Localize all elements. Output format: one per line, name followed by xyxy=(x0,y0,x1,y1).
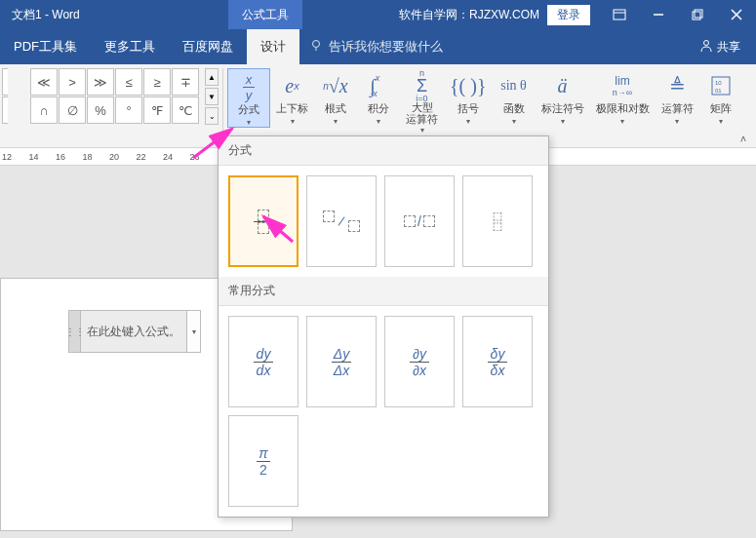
equation-placeholder-text[interactable]: 在此处键入公式。 xyxy=(81,324,186,340)
restore-button[interactable] xyxy=(678,0,717,29)
symbol-cell[interactable]: ℃ xyxy=(172,96,199,124)
svg-rect-3 xyxy=(693,12,700,19)
accent-icon: ä xyxy=(558,70,568,101)
symbol-cell[interactable]: ≤ xyxy=(115,68,142,96)
scroll-more-icon[interactable]: ⌄ xyxy=(205,107,219,125)
symbol-cell[interactable]: ° xyxy=(115,96,142,124)
svg-text:01: 01 xyxy=(715,88,722,94)
matrix-icon: 1001 xyxy=(710,70,732,101)
fraction-partial-y-x[interactable]: ∂y∂x xyxy=(384,316,455,407)
share-button[interactable]: 共享 xyxy=(699,39,740,56)
symbol-cell[interactable]: ∩ xyxy=(30,96,58,124)
integral-button[interactable]: ∫x-x 积分 ▾ xyxy=(357,68,400,126)
login-button[interactable]: 登录 xyxy=(547,5,590,25)
svg-text:10: 10 xyxy=(715,80,722,86)
limit-button[interactable]: limn→∞ 极限和对数 ▾ xyxy=(590,68,656,126)
radical-label: 根式 xyxy=(325,101,346,116)
fraction-delta-small[interactable]: δyδx xyxy=(462,316,533,407)
symbol-cell[interactable] xyxy=(2,96,8,124)
chevron-down-icon: ▾ xyxy=(377,117,380,126)
fraction-label: 分式 xyxy=(238,102,259,117)
symbol-cell[interactable]: ℉ xyxy=(143,96,171,124)
svg-point-9 xyxy=(704,40,709,45)
operator-button[interactable]: ≜ 运算符 ▾ xyxy=(656,68,699,126)
annotation-arrow-icon xyxy=(258,212,297,250)
tab-baidu-pan[interactable]: 百度网盘 xyxy=(169,29,247,64)
tab-more-tools[interactable]: 更多工具 xyxy=(91,29,169,64)
accent-button[interactable]: ä 标注符号 ▾ xyxy=(536,68,590,126)
symbol-cell[interactable]: > xyxy=(59,68,86,96)
fraction-button[interactable]: xy 分式 ▾ xyxy=(227,68,270,128)
fraction-dy-dx[interactable]: dydx xyxy=(228,316,298,407)
collapse-ribbon-icon[interactable]: ʌ xyxy=(740,133,746,143)
ribbon-tabs: PDF工具集 更多工具 百度网盘 设计 告诉我你想要做什么 共享 xyxy=(0,29,756,64)
minimize-button[interactable] xyxy=(639,0,678,29)
matrix-label: 矩阵 xyxy=(710,101,732,116)
fraction-linear[interactable]: / xyxy=(384,175,455,267)
symbol-cell[interactable]: ∅ xyxy=(59,96,86,124)
subscript-label: 上下标 xyxy=(276,101,308,116)
gallery-section-header: 常用分式 xyxy=(219,277,548,306)
subscript-button[interactable]: ex 上下标 ▾ xyxy=(270,68,314,126)
fraction-pi-2[interactable]: π2 xyxy=(228,415,298,507)
equation-editor[interactable]: ⋮⋮ 在此处键入公式。 ▾ xyxy=(68,310,201,353)
tab-design[interactable]: 设计 xyxy=(247,29,299,64)
limit-icon: limn→∞ xyxy=(613,70,632,101)
person-icon xyxy=(699,39,713,56)
chevron-down-icon: ▾ xyxy=(466,117,470,126)
equation-handle-icon[interactable]: ⋮⋮ xyxy=(69,311,81,352)
ribbon-display-options-icon[interactable] xyxy=(600,0,639,29)
chevron-down-icon: ▾ xyxy=(334,117,338,126)
integral-icon: ∫x-x xyxy=(370,70,386,101)
document-title: 文档1 - Word xyxy=(0,7,92,23)
scroll-up-icon[interactable]: ▲ xyxy=(205,68,219,86)
fraction-skewed[interactable]: / xyxy=(306,175,377,267)
chevron-down-icon: ▾ xyxy=(420,126,424,134)
symbol-cell[interactable]: ≪ xyxy=(30,68,58,96)
symbol-cell[interactable]: % xyxy=(87,96,114,124)
operator-label: 运算符 xyxy=(661,101,694,116)
symbol-cell[interactable]: ≫ xyxy=(87,68,114,96)
tab-pdf-tools[interactable]: PDF工具集 xyxy=(0,29,91,64)
function-icon: sin θ xyxy=(500,70,527,101)
chevron-down-icon: ▾ xyxy=(561,117,565,126)
contextual-tab-equation[interactable]: 公式工具 xyxy=(228,0,302,29)
close-button[interactable] xyxy=(717,0,756,29)
chevron-down-icon: ▾ xyxy=(719,117,723,126)
chevron-down-icon: ▾ xyxy=(291,117,295,126)
symbol-cell[interactable] xyxy=(2,68,8,96)
sigma-icon: nΣi=0 xyxy=(416,70,427,101)
radical-button[interactable]: n√x 根式 ▾ xyxy=(314,68,357,126)
title-bar: 文档1 - Word 公式工具 软件自学网：RJZXW.COM 登录 xyxy=(0,0,756,29)
tell-me-label: 告诉我你想要做什么 xyxy=(329,38,443,56)
bracket-button[interactable]: {( )} 括号 ▾ xyxy=(444,68,493,126)
chevron-down-icon: ▾ xyxy=(247,118,251,127)
tell-me-search[interactable]: 告诉我你想要做什么 xyxy=(309,38,443,56)
svg-rect-0 xyxy=(614,10,625,19)
symbol-cell[interactable]: ∓ xyxy=(172,68,199,96)
fraction-delta-y-delta-x[interactable]: ΔyΔx xyxy=(306,316,377,407)
radical-icon: n√x xyxy=(323,70,347,101)
lightbulb-icon xyxy=(309,39,323,56)
website-label: 软件自学网：RJZXW.COM xyxy=(399,7,539,23)
chevron-down-icon: ▾ xyxy=(512,117,516,126)
matrix-button[interactable]: 1001 矩阵 ▾ xyxy=(699,68,742,126)
svg-point-7 xyxy=(313,40,320,47)
scroll-down-icon[interactable]: ▼ xyxy=(205,88,219,105)
fraction-small[interactable] xyxy=(462,175,533,267)
operator-icon: ≜ xyxy=(669,70,686,101)
svg-line-13 xyxy=(193,129,232,158)
fraction-icon: xy xyxy=(243,71,255,102)
equation-options-icon[interactable]: ▾ xyxy=(186,311,200,352)
function-button[interactable]: sin θ 函数 ▾ xyxy=(493,68,536,126)
chevron-down-icon: ▾ xyxy=(620,117,624,126)
large-operator-button[interactable]: nΣi=0 大型 运算符 ▾ xyxy=(400,68,444,134)
function-label: 函数 xyxy=(503,101,525,116)
integral-label: 积分 xyxy=(368,101,389,116)
accent-label: 标注符号 xyxy=(541,101,584,116)
fraction-gallery: 分式 / / 常用分式 dydx ΔyΔx ∂y∂x δyδx π2 xyxy=(218,135,549,518)
share-label: 共享 xyxy=(717,39,740,56)
annotation-arrow-icon xyxy=(191,125,240,164)
large-op-label: 大型 运算符 xyxy=(406,101,438,125)
symbol-cell[interactable]: ≥ xyxy=(143,68,171,96)
